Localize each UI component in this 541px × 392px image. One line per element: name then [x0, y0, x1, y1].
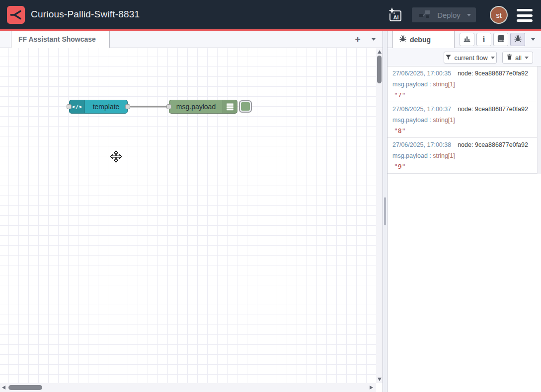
message-type: string[1] [433, 117, 455, 124]
filter-caret-icon [491, 57, 495, 59]
debug-filter-label: current flow [454, 54, 487, 62]
debug-enable-toggle[interactable] [239, 100, 252, 113]
message-path[interactable]: msg.payload : [392, 152, 433, 159]
flow-tab-active[interactable]: FF Assistant Showcase [11, 31, 110, 48]
node-template-label: template [85, 100, 127, 113]
message-timestamp: 27/06/2025, 17:00:35 [392, 70, 451, 77]
node-debug[interactable]: msg.payload [169, 100, 237, 114]
deploy-label: Deploy [431, 11, 467, 19]
message-path[interactable]: msg.payload : [392, 81, 433, 88]
node-debug-label: msg.payload [169, 100, 223, 113]
template-output-port[interactable] [125, 104, 130, 109]
bug-icon [399, 35, 406, 44]
vertical-scroll-thumb[interactable] [377, 56, 382, 83]
debug-clear-label: all [515, 54, 522, 62]
sidebar-tab-debug[interactable]: debug [392, 31, 455, 48]
sidebar-tool-debug[interactable] [510, 33, 525, 46]
message-node-id: node: 9cea886877e0fa92 [458, 70, 528, 77]
canvas-horizontal-scrollbar[interactable] [0, 383, 376, 392]
svg-text:AI: AI [393, 14, 399, 20]
message-value[interactable]: "7" [392, 91, 529, 99]
sidebar-tool-dashboard[interactable] [460, 33, 474, 46]
sidebar: debug i [387, 31, 541, 392]
workspace-tabbar: FF Assistant Showcase + [0, 31, 383, 48]
add-flow-button[interactable]: + [352, 33, 364, 46]
template-input-port[interactable] [67, 104, 72, 109]
sidebar-splitter[interactable] [383, 31, 387, 392]
trash-icon [507, 54, 512, 62]
deploy-stages-icon [419, 9, 431, 20]
message-node-id: node: 9cea886877e0fa92 [458, 141, 528, 148]
bug-icon [514, 35, 522, 44]
debug-input-port[interactable] [166, 104, 171, 109]
code-template-icon: </> [70, 100, 85, 113]
horizontal-scroll-thumb[interactable] [8, 385, 42, 390]
flow-list-caret-icon[interactable] [372, 38, 376, 41]
sidebar-tool-help[interactable] [493, 33, 508, 46]
wire[interactable] [0, 48, 376, 383]
debug-clear-button[interactable]: all [502, 52, 533, 64]
sidebar-tool-info[interactable]: i [476, 33, 491, 46]
debug-message-list[interactable]: 27/06/2025, 17:00:35node: 9cea886877e0fa… [387, 66, 541, 392]
message-type: string[1] [433, 152, 455, 159]
message-timestamp: 27/06/2025, 17:00:37 [392, 106, 451, 113]
scroll-down-icon[interactable] [378, 378, 382, 381]
sidebar-tab-label: debug [410, 36, 431, 44]
scroll-left-icon[interactable] [2, 386, 5, 390]
main-area: FF Assistant Showcase + </> template msg… [0, 31, 541, 392]
funnel-icon [446, 54, 451, 62]
info-icon: i [483, 36, 485, 44]
scroll-up-icon[interactable] [378, 50, 382, 54]
workspace-pane: FF Assistant Showcase + </> template msg… [0, 31, 383, 392]
clear-caret-icon [525, 57, 529, 59]
splitter-grip[interactable] [384, 197, 386, 225]
flow-canvas[interactable]: </> template msg.payload [0, 48, 376, 383]
message-value[interactable]: "9" [392, 163, 529, 170]
debug-lines-icon [223, 100, 237, 113]
bar-chart-icon [463, 35, 471, 44]
message-timestamp: 27/06/2025, 17:00:38 [392, 141, 451, 148]
book-icon [497, 35, 504, 44]
hamburger-icon [517, 9, 533, 11]
flowfuse-logo-icon [7, 6, 25, 24]
app-header: Curious-Pallid-Swift-8831 AI Deploy st [0, 0, 541, 31]
deploy-options-caret-icon[interactable] [467, 14, 471, 16]
scroll-right-icon[interactable] [370, 386, 373, 390]
message-node-id: node: 9cea886877e0fa92 [458, 106, 528, 113]
debug-filter-button[interactable]: current flow [444, 52, 497, 64]
user-avatar[interactable]: st [490, 6, 508, 24]
sidebar-tab-list-caret-icon[interactable] [531, 38, 535, 41]
message-type: string[1] [433, 81, 455, 88]
canvas-vertical-scrollbar[interactable] [376, 48, 383, 383]
ai-assistant-button[interactable]: AI [386, 6, 404, 24]
debug-message[interactable]: 27/06/2025, 17:00:37node: 9cea886877e0fa… [387, 102, 538, 138]
debug-toolbar: current flow all [387, 48, 541, 66]
message-value[interactable]: "8" [392, 127, 529, 134]
instance-title: Curious-Pallid-Swift-8831 [31, 9, 140, 20]
message-path[interactable]: msg.payload : [392, 117, 433, 124]
main-menu-button[interactable] [517, 9, 533, 22]
debug-message[interactable]: 27/06/2025, 17:00:38node: 9cea886877e0fa… [387, 138, 538, 174]
debug-list-scrollbar[interactable] [537, 66, 541, 174]
sidebar-tabbar: debug i [387, 31, 541, 48]
deploy-button[interactable]: Deploy [412, 7, 476, 22]
node-template[interactable]: </> template [69, 100, 128, 114]
debug-message[interactable]: 27/06/2025, 17:00:35node: 9cea886877e0fa… [387, 66, 538, 102]
